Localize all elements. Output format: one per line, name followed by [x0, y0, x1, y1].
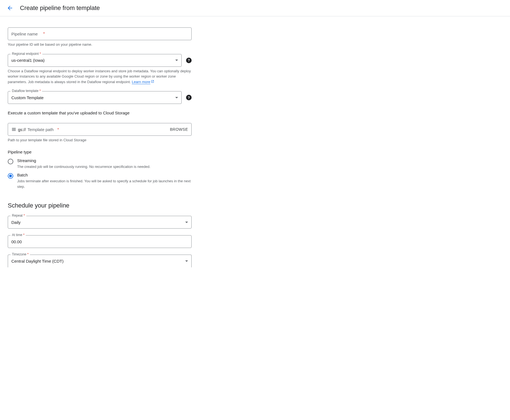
repeat-select[interactable]: Daily: [8, 216, 192, 229]
template-path-field: gs:// * BROWSE Path to your template fil…: [8, 123, 192, 143]
template-path-row: gs:// * BROWSE: [8, 123, 192, 136]
form-content: * Your pipeline ID will be based on your…: [0, 16, 199, 278]
at-time-value: 00.00: [11, 239, 22, 244]
radio-batch-desc: Jobs terminate after execution is finish…: [17, 178, 192, 189]
file-icon: [11, 127, 16, 132]
page-header: Create pipeline from template: [0, 0, 510, 16]
dataflow-template-select[interactable]: Custom Template: [8, 91, 182, 104]
help-icon[interactable]: ?: [186, 58, 192, 63]
regional-endpoint-helper: Choose a Dataflow regional endpoint to d…: [8, 68, 192, 85]
external-link-icon: [151, 79, 154, 85]
dataflow-template-label: Dataflow template *: [11, 89, 42, 93]
radio-batch-label[interactable]: Batch: [17, 173, 192, 177]
radio-streaming: Streaming The created job will be contin…: [8, 157, 192, 171]
timezone-select[interactable]: Central Daylight Time (CDT): [8, 255, 192, 267]
chevron-down-icon: [175, 60, 178, 61]
radio-batch-button[interactable]: [8, 173, 13, 179]
template-path-input[interactable]: [27, 127, 168, 132]
help-icon[interactable]: ?: [186, 95, 192, 100]
timezone-value: Central Daylight Time (CDT): [11, 259, 63, 263]
dataflow-template-value: Custom Template: [11, 95, 43, 100]
pipeline-name-input[interactable]: [8, 27, 192, 40]
pipeline-name-helper: Your pipeline ID will be based on your p…: [8, 42, 192, 47]
repeat-label: Repeat *: [11, 214, 26, 217]
pipeline-type-group: Streaming The created job will be contin…: [8, 157, 192, 191]
regional-endpoint-label: Regional endpoint *: [11, 52, 42, 56]
page-title: Create pipeline from template: [20, 4, 100, 12]
back-arrow-icon[interactable]: [7, 5, 13, 11]
pipeline-name-field: * Your pipeline ID will be based on your…: [8, 27, 192, 47]
required-asterisk: *: [43, 31, 45, 36]
gs-prefix: gs://: [18, 127, 26, 132]
repeat-field: Repeat * Daily: [8, 216, 192, 229]
at-time-label: At time *: [11, 233, 26, 237]
schedule-heading: Schedule your pipeline: [8, 202, 192, 209]
timezone-label: Timezone *: [11, 252, 30, 256]
at-time-input[interactable]: 00.00: [8, 235, 192, 248]
chevron-down-icon: [175, 97, 178, 98]
template-path-helper: Path to your template file stored in Clo…: [8, 137, 192, 143]
dataflow-template-field: Dataflow template * Custom Template ?: [8, 91, 192, 104]
regional-endpoint-select[interactable]: us-central1 (Iowa): [8, 54, 182, 67]
browse-button[interactable]: BROWSE: [170, 127, 188, 132]
pipeline-type-label: Pipeline type: [8, 150, 192, 154]
chevron-down-icon: [185, 260, 188, 262]
repeat-value: Daily: [11, 220, 20, 225]
regional-endpoint-field: Regional endpoint * us-central1 (Iowa) ?…: [8, 54, 192, 85]
chevron-down-icon: [185, 222, 188, 223]
learn-more-link[interactable]: Learn more: [132, 80, 150, 84]
radio-streaming-desc: The created job will be continuously run…: [17, 164, 192, 170]
radio-batch: Batch Jobs terminate after execution is …: [8, 171, 192, 191]
template-description: Execute a custom template that you've up…: [8, 111, 192, 115]
timezone-field: Timezone * Central Daylight Time (CDT): [8, 255, 192, 267]
at-time-field: At time * 00.00: [8, 235, 192, 248]
regional-endpoint-value: us-central1 (Iowa): [11, 58, 45, 63]
required-asterisk: *: [57, 127, 59, 132]
radio-streaming-label[interactable]: Streaming: [17, 158, 192, 163]
radio-streaming-button[interactable]: [8, 159, 13, 164]
